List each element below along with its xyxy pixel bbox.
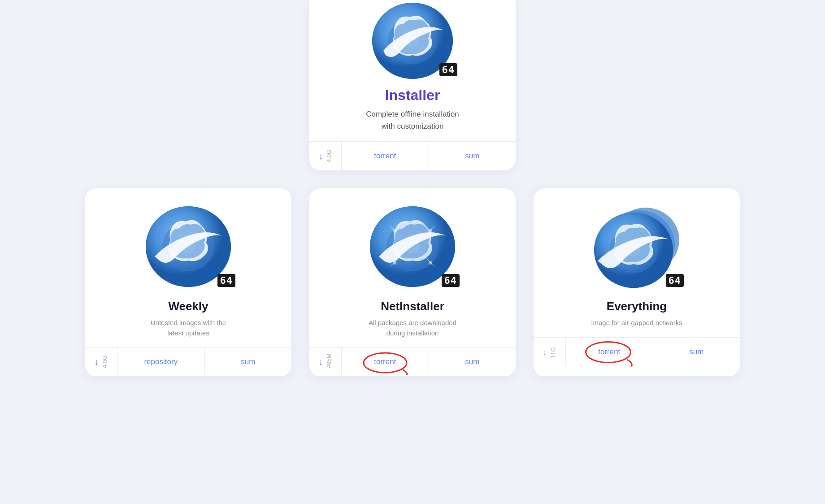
- download-arrow-icon: ↓: [318, 151, 323, 161]
- weekly-badge-64: 64: [217, 274, 236, 287]
- netinstaller-torrent-circle: torrent: [374, 357, 396, 366]
- everything-download-btn[interactable]: ↓ 11G: [534, 338, 566, 366]
- installer-title: Installer: [309, 87, 516, 104]
- netinstaller-card: 64 NetInstaller All packages are downloa…: [309, 188, 516, 376]
- netinstaller-badge-64: 64: [442, 274, 460, 287]
- netinstaller-torrent-link[interactable]: torrent: [342, 348, 429, 376]
- netinstaller-sum-link[interactable]: sum: [429, 348, 516, 376]
- weekly-size: 4.0G: [101, 356, 108, 368]
- weekly-title: Weekly: [168, 300, 208, 313]
- everything-size: 11G: [550, 346, 556, 358]
- everything-torrent-circle: torrent: [598, 348, 620, 356]
- netinstaller-description: All packages are downloaded during insta…: [360, 318, 465, 338]
- everything-title: Everything: [607, 300, 667, 313]
- everything-download-arrow-icon: ↓: [543, 347, 547, 357]
- installer-badge-64: 64: [439, 63, 458, 76]
- weekly-description: Untested images with the latest updates: [142, 318, 235, 338]
- everything-torrent-link[interactable]: torrent: [566, 338, 653, 366]
- installer-size: 4.0G: [326, 150, 332, 162]
- everything-card: 64 Everything Image for air-gapped netwo…: [534, 188, 740, 376]
- weekly-actions: ↓ 4.0G repository sum: [85, 347, 291, 376]
- installer-card-partial: 64 Installer Complete offline installati…: [309, 0, 516, 170]
- weekly-repository-link[interactable]: repository: [117, 348, 205, 376]
- everything-description: Image for air-gapped networks: [582, 318, 691, 328]
- cards-row: 64 Weekly Untested images with the lates…: [27, 188, 798, 376]
- weekly-download-arrow-icon: ↓: [94, 357, 99, 367]
- everything-actions: ↓ 11G torrent sum: [534, 337, 740, 366]
- netinstaller-actions: ↓ 495M torrent sum: [309, 347, 516, 376]
- weekly-card: 64 Weekly Untested images with the lates…: [85, 188, 291, 376]
- installer-description: Complete offline installation with custo…: [309, 108, 516, 132]
- netinstaller-title: NetInstaller: [381, 300, 444, 313]
- everything-sum-link[interactable]: sum: [653, 338, 740, 366]
- installer-image-area: 64: [309, 0, 516, 81]
- netinstaller-download-arrow-icon: ↓: [318, 357, 323, 367]
- everything-badge-64: 64: [666, 274, 684, 287]
- installer-download-btn[interactable]: ↓ 4.0G: [309, 142, 342, 170]
- installer-sum-link[interactable]: sum: [429, 142, 516, 170]
- svg-point-20: [429, 261, 432, 265]
- weekly-sum-link[interactable]: sum: [205, 348, 292, 376]
- weekly-download-btn[interactable]: ↓ 4.0G: [85, 348, 117, 376]
- netinstaller-size: 495M: [326, 356, 332, 368]
- installer-torrent-link[interactable]: torrent: [342, 142, 429, 170]
- netinstaller-download-btn[interactable]: ↓ 495M: [309, 348, 342, 376]
- installer-actions: ↓ 4.0G torrent sum: [309, 141, 516, 170]
